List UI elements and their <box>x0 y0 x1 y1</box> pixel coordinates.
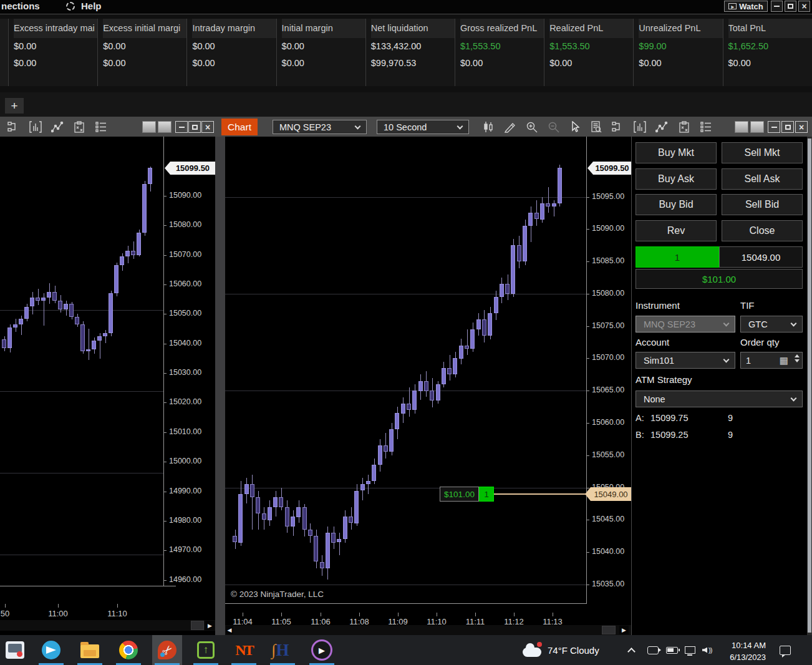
window-splitter[interactable] <box>215 137 225 635</box>
right-chart-plot[interactable]: © 2023 NinjaTrader, LLC 15095.0015090.00… <box>225 137 631 604</box>
instrument-dropdown[interactable]: MNQ SEP23 <box>273 120 367 134</box>
menu-connections[interactable]: nections <box>1 1 40 11</box>
axis-tick-mark <box>163 580 167 581</box>
close-icon[interactable]: × <box>201 121 214 133</box>
right-chart-hscrollbar[interactable]: ◀ ▶ <box>225 625 631 635</box>
axis-tick-mark <box>586 326 589 327</box>
atm-strategy-dropdown[interactable]: None <box>636 391 803 407</box>
column-header[interactable]: Net liquidation <box>371 19 455 38</box>
ninjatrader-app-button[interactable]: NT <box>229 635 259 665</box>
polyline-icon[interactable] <box>51 121 64 133</box>
bar-chart-icon-2[interactable] <box>634 121 646 133</box>
account-dropdown[interactable]: Sim101 <box>636 352 735 369</box>
column-header[interactable]: Realized PnL <box>549 19 633 38</box>
clock[interactable]: 10:14 AM 6/13/2023 <box>722 635 766 665</box>
order-line <box>494 493 586 495</box>
link-icon[interactable] <box>7 121 20 133</box>
zoom-out-icon[interactable] <box>548 121 560 133</box>
weather-widget[interactable]: 74°F Cloudy <box>523 635 599 665</box>
minimize-icon-2[interactable] <box>768 121 780 133</box>
snipping-tool-button[interactable]: ✂ <box>152 635 182 665</box>
column-header[interactable]: Initial margin <box>282 19 365 38</box>
left-chart-hscrollbar[interactable]: ▶ <box>0 620 215 631</box>
column-header[interactable]: Total PnL <box>728 19 812 38</box>
tray-volume[interactable]: )) <box>702 635 712 665</box>
reverse-button[interactable]: Rev <box>636 220 717 241</box>
maximize-icon-2[interactable] <box>781 121 794 133</box>
clipboard-icon-2[interactable] <box>678 121 690 133</box>
scroll-right-icon-2[interactable]: ▶ <box>619 626 629 634</box>
column-header[interactable]: Unrealized PnL <box>639 19 722 38</box>
time-tick-mark <box>553 613 553 616</box>
minimize-button[interactable] <box>771 1 783 12</box>
calculator-icon[interactable]: ▦ <box>780 355 788 366</box>
time-tick-mark <box>398 613 399 616</box>
candle <box>137 233 141 255</box>
bar-chart-icon[interactable] <box>29 121 42 133</box>
connection-status-icon <box>66 2 75 11</box>
watch-button[interactable]: ▶ Watch <box>724 1 768 12</box>
axis-tick-mark <box>163 462 167 462</box>
scroll-left-icon[interactable]: ◀ <box>226 626 233 634</box>
file-explorer-button[interactable] <box>75 635 105 665</box>
sell-ask-button[interactable]: Sell Ask <box>722 168 803 190</box>
candlestick-icon[interactable] <box>482 121 495 133</box>
close-button[interactable]: × <box>798 1 810 12</box>
column-header[interactable]: Excess intraday mai <box>14 19 97 38</box>
tray-battery[interactable] <box>666 635 678 665</box>
doc-search-icon[interactable] <box>590 121 602 133</box>
tray-expand-button[interactable] <box>629 635 634 665</box>
window-style-button-2[interactable] <box>158 121 172 133</box>
chrome-app-button[interactable] <box>114 635 143 665</box>
column-header[interactable]: Excess initial margi <box>103 19 186 38</box>
link-icon-2[interactable] <box>612 121 624 133</box>
candle <box>465 346 469 349</box>
window-style-button[interactable] <box>142 121 156 133</box>
sell-mkt-button[interactable]: Sell Mkt <box>722 142 803 163</box>
column-header[interactable]: Gross realized PnL <box>460 19 544 38</box>
zoom-in-icon[interactable] <box>526 121 538 133</box>
interval-dropdown[interactable]: 10 Second <box>377 120 469 134</box>
maximize-icon[interactable] <box>188 121 201 133</box>
tray-network[interactable] <box>685 635 695 665</box>
price-axis-label: 15040.00 <box>169 339 201 347</box>
left-chart-plot[interactable]: 15090.0015080.0015070.0015060.0015050.00… <box>0 137 215 586</box>
buy-ask-button[interactable]: Buy Ask <box>636 168 717 190</box>
media-player-button[interactable]: ▶ <box>307 635 337 665</box>
notification-icon <box>780 646 791 655</box>
order-qty-field[interactable]: 1 ▦ <box>740 352 803 369</box>
scroll-right-icon[interactable]: ▶ <box>205 621 215 630</box>
buy-mkt-button[interactable]: Buy Mkt <box>636 142 717 163</box>
add-tab-button[interactable]: + <box>5 98 24 114</box>
h-app-button[interactable]: ∫H <box>268 635 297 665</box>
list-icon[interactable] <box>95 121 107 133</box>
close-icon-2[interactable]: × <box>795 121 808 133</box>
candle <box>86 349 90 351</box>
menu-help[interactable]: Help <box>81 1 102 11</box>
chart-tab[interactable]: Chart <box>221 119 258 135</box>
window-style-button-4[interactable] <box>750 121 764 133</box>
column-header[interactable]: Intraday margin <box>192 19 276 38</box>
window-style-button-3[interactable] <box>735 121 748 133</box>
telegram-app-button[interactable] <box>36 635 66 665</box>
qty-spinner[interactable] <box>795 354 800 362</box>
desktop-app-button[interactable] <box>0 635 30 665</box>
list-icon-2[interactable] <box>700 121 712 133</box>
account-table-column: Net liquidation$133,432.00$99,970.53 <box>365 19 455 86</box>
panel-vertical-scrollbar[interactable] <box>807 137 812 635</box>
buy-bid-button[interactable]: Buy Bid <box>636 194 717 215</box>
close-position-button[interactable]: Close <box>722 220 803 241</box>
notification-center-button[interactable] <box>780 635 791 665</box>
share-app-button[interactable]: ↑ <box>191 635 221 665</box>
candle-wick <box>554 200 554 216</box>
polyline-icon-2[interactable] <box>655 121 668 133</box>
clipboard-icon[interactable] <box>73 121 85 133</box>
sell-bid-button[interactable]: Sell Bid <box>722 194 803 215</box>
cursor-icon[interactable] <box>568 121 581 133</box>
minimize-icon[interactable] <box>175 121 188 133</box>
maximize-button[interactable] <box>785 1 796 12</box>
tray-camera[interactable] <box>647 635 659 665</box>
pencil-icon[interactable] <box>504 121 516 133</box>
tif-dropdown[interactable]: GTC <box>740 316 803 332</box>
candle <box>250 484 254 497</box>
